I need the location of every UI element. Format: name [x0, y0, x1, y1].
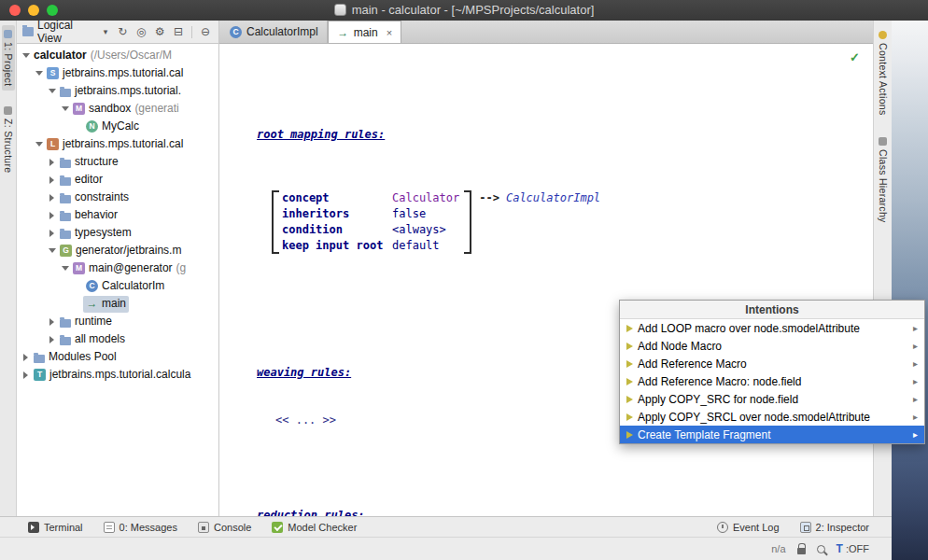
tree-item-calculator[interactable]: calculator(/Users/Oscar/M — [17, 47, 218, 64]
tool-button-model-checker[interactable]: Model Checker — [272, 522, 357, 533]
tree-item-main[interactable]: →main — [17, 295, 218, 313]
close-window-button[interactable] — [9, 5, 21, 16]
intention-item-create-template-fragment[interactable]: Create Template Fragment▸ — [620, 426, 924, 443]
tree-item-modules-pool[interactable]: Modules Pool — [17, 348, 218, 366]
tool-tab-context-actions[interactable]: Context Actions — [877, 26, 890, 119]
tree-item-models-folder[interactable]: jetbrains.mps.tutorial. — [17, 82, 218, 100]
leaf-spacer — [73, 295, 83, 313]
tool-button-terminal[interactable]: Terminal — [28, 522, 83, 533]
intention-item-apply-copy-srcl[interactable]: Apply COPY_SRCL over node.smodelAttribut… — [620, 408, 924, 426]
collapse-arrow-icon[interactable] — [47, 153, 57, 171]
view-selector[interactable]: Logical View — [37, 19, 100, 45]
tab-calculatorimpl[interactable]: C CalculatorImpl — [221, 21, 328, 43]
tree-item-calculatorimpl[interactable]: CCalculatorIm — [17, 277, 218, 295]
tree-item-build-solution[interactable]: Tjetbrains.mps.tutorial.calcula — [17, 366, 218, 384]
tree-item-language-module[interactable]: Ljetbrains.mps.tutorial.cal — [17, 135, 218, 153]
structure-tool-icon — [4, 106, 12, 115]
leaf-spacer — [73, 277, 83, 295]
section-heading[interactable]: weaving rules: — [257, 365, 351, 381]
intention-item-add-node-macro[interactable]: Add Node Macro▸ — [620, 337, 924, 355]
intention-icon — [626, 431, 633, 439]
model-icon: M — [73, 103, 85, 115]
tool-tab-structure[interactable]: Z: Structure — [2, 102, 15, 177]
intention-icon — [626, 343, 633, 350]
popup-title: Intentions — [620, 301, 924, 319]
intention-item-add-loop-macro[interactable]: Add LOOP macro over node.smodelAttribute… — [620, 319, 924, 337]
expand-arrow-icon[interactable] — [60, 100, 70, 118]
leaf-spacer — [73, 118, 83, 135]
generator-editor-canvas[interactable]: ✓ root mapping rules: conceptCalculator … — [219, 44, 873, 516]
inspection-ok-icon[interactable]: ✓ — [850, 49, 860, 65]
aspect-icon — [60, 160, 71, 168]
expand-arrow-icon[interactable] — [47, 242, 57, 259]
inspector-icon — [800, 522, 811, 533]
tree-item-main-generator-model[interactable]: Mmain@generator(g — [17, 259, 218, 277]
submenu-arrow-icon: ▸ — [913, 394, 918, 404]
class-hierarchy-icon — [879, 137, 887, 146]
tree-item-runtime[interactable]: runtime — [17, 313, 218, 330]
tree-item-structure[interactable]: structure — [17, 153, 218, 171]
mapping-config-icon: → — [86, 298, 98, 310]
folder-icon — [60, 337, 71, 345]
collapse-arrow-icon[interactable] — [47, 171, 57, 189]
expand-arrow-icon[interactable] — [60, 259, 70, 277]
intention-item-add-reference-macro-field[interactable]: Add Reference Macro: node.field▸ — [620, 372, 924, 390]
intention-item-add-reference-macro[interactable]: Add Reference Macro▸ — [620, 355, 924, 372]
submenu-arrow-icon: ▸ — [913, 412, 918, 422]
root-mapping-rule-block[interactable]: conceptCalculator inheritorsfalse condit… — [272, 190, 873, 254]
tool-button-messages[interactable]: 0: Messages — [104, 522, 177, 533]
hide-panel-icon[interactable]: ⊖ — [198, 25, 213, 38]
folder-icon — [34, 355, 45, 363]
chevron-down-icon[interactable]: ▾ — [104, 27, 108, 36]
position-indicator: n/a — [771, 543, 785, 554]
expand-arrow-icon[interactable] — [34, 135, 44, 153]
status-bar: n/a T :OFF — [0, 537, 892, 560]
read-only-lock-icon[interactable] — [797, 548, 806, 554]
tool-tab-class-hierarchy[interactable]: Class Hierarchy — [877, 133, 890, 228]
tree-item-solution-module[interactable]: Sjetbrains.mps.tutorial.cal — [17, 64, 218, 82]
magnifier-icon[interactable] — [817, 545, 825, 553]
settings-gear-icon[interactable]: ⚙ — [152, 25, 167, 38]
terminal-icon — [28, 522, 39, 533]
intentions-popup: Intentions Add LOOP macro over node.smod… — [619, 300, 925, 444]
context-actions-icon — [879, 31, 887, 39]
typesystem-toggle[interactable]: T :OFF — [837, 542, 869, 555]
model-checker-icon — [272, 522, 283, 533]
tool-tab-project[interactable]: 1: Project — [2, 25, 15, 91]
scroll-to-source-icon[interactable]: ◎ — [134, 25, 148, 38]
tool-button-inspector[interactable]: 2: Inspector — [800, 522, 869, 533]
tree-item-generator[interactable]: Ggenerator/jetbrains.m — [17, 242, 218, 259]
intention-item-apply-copy-src[interactable]: Apply COPY_SRC for node.field▸ — [620, 390, 924, 408]
minimize-window-button[interactable] — [28, 5, 39, 16]
tool-button-event-log[interactable]: Event Log — [717, 522, 780, 533]
section-heading[interactable]: root mapping rules: — [257, 127, 385, 143]
tree-item-sandbox-model[interactable]: Msandbox(generati — [17, 100, 218, 118]
zoom-window-button[interactable] — [47, 5, 58, 16]
collapse-arrow-icon[interactable] — [47, 189, 57, 206]
expand-arrow-icon[interactable] — [47, 82, 57, 100]
collapse-arrow-icon[interactable] — [21, 366, 31, 384]
tree-item-editor[interactable]: editor — [17, 171, 218, 189]
tree-item-constraints[interactable]: constraints — [17, 189, 218, 206]
build-solution-icon: T — [34, 369, 46, 381]
collapse-arrow-icon[interactable] — [21, 348, 31, 366]
collapse-arrow-icon[interactable] — [47, 313, 57, 330]
tool-button-console[interactable]: Console — [198, 522, 251, 533]
rule-target[interactable]: CalculatorImpl — [506, 191, 600, 204]
section-heading[interactable]: reduction rules: — [257, 508, 365, 516]
window-proxy-icon — [334, 4, 346, 16]
collapse-arrow-icon[interactable] — [47, 224, 57, 242]
collapse-arrow-icon[interactable] — [47, 330, 57, 348]
collapse-all-icon[interactable]: ⊟ — [171, 25, 186, 38]
tree-item-mycalc[interactable]: NMyCalc — [17, 118, 218, 135]
expand-arrow-icon[interactable] — [21, 47, 31, 64]
tree-item-behavior[interactable]: behavior — [17, 206, 218, 224]
tree-item-all-models[interactable]: all models — [17, 330, 218, 348]
left-tool-stripe: 1: Project Z: Structure — [0, 21, 17, 516]
collapse-arrow-icon[interactable] — [47, 206, 57, 224]
expand-arrow-icon[interactable] — [34, 64, 44, 82]
tab-main[interactable]: → main × — [328, 21, 401, 43]
sync-icon[interactable]: ↻ — [115, 25, 130, 38]
close-icon[interactable]: × — [387, 27, 392, 38]
tree-item-typesystem[interactable]: typesystem — [17, 224, 218, 242]
